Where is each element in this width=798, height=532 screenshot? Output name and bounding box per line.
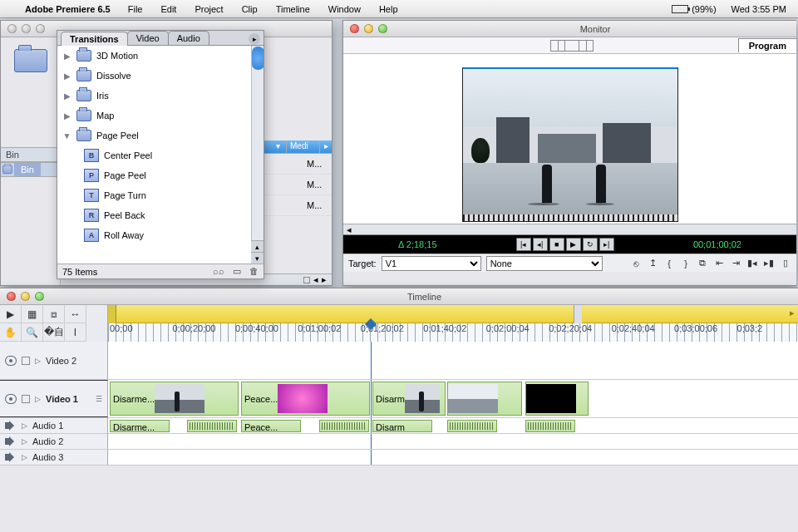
menu-project[interactable]: Project [187,4,230,14]
transition-folder[interactable]: ▶Iris [57,86,264,106]
app-name[interactable]: Adobe Premiere 6.5 [18,4,117,14]
track-menu-icon[interactable]: ☰ [96,395,102,403]
lift-icon[interactable]: ⎋ [630,258,642,269]
menu-clip[interactable]: Clip [234,4,265,14]
disclosure-icon[interactable]: ▷ [35,357,41,365]
target-select[interactable]: V1 [382,256,481,271]
zoom-icon[interactable] [35,292,44,301]
extract-icon[interactable]: ↥ [647,258,658,269]
audio-clip[interactable] [525,420,575,432]
disclosure-icon[interactable]: ▶ [62,52,71,61]
track-header-video1[interactable]: ▷ Video 1 ☰ [0,380,108,417]
trash-icon[interactable]: 🗑 [249,266,259,277]
audio-clip[interactable] [447,420,497,432]
inout-tool-icon[interactable]: I [65,323,86,342]
tab-transitions[interactable]: Transitions [61,32,128,46]
ripple-tool-icon[interactable]: ↔ [65,305,86,323]
play-icon[interactable]: ▶ [566,238,581,251]
audio-clip[interactable] [319,420,369,432]
transition-item[interactable]: TPage Turn [57,185,264,205]
project-scroll-left-icon[interactable]: ◂ [313,274,318,285]
disclosure-icon[interactable]: ▶ [62,71,71,81]
scroll-down-icon[interactable]: ▾ [251,252,264,264]
disclosure-icon[interactable]: ▶ [62,111,71,121]
project-col-media[interactable]: Medi [287,140,320,153]
palette-menu-icon[interactable]: ▸ [249,33,260,45]
marquee-tool-icon[interactable]: ▦ [22,305,43,323]
mark-in-icon[interactable]: { [663,258,675,269]
transition-item[interactable]: PPage Peel [57,165,264,185]
menu-help[interactable]: Help [372,4,406,14]
speaker-icon[interactable] [5,452,17,462]
timeline-titlebar[interactable]: Timeline [0,288,798,305]
goto-end-icon[interactable]: ▸| [599,238,614,251]
tab-program[interactable]: Program [738,38,796,52]
disclosure-icon[interactable]: ▷ [35,395,41,403]
transition-item[interactable]: BCenter Peel [57,145,264,165]
secondary-select[interactable]: None [486,256,603,271]
menu-edit[interactable]: Edit [153,4,184,14]
new-folder-icon[interactable]: ▭ [233,266,241,277]
track-header-audio1[interactable]: ▷ Audio 1 [0,418,108,433]
speaker-icon[interactable] [5,421,17,431]
step-back-icon[interactable]: ◂| [533,238,548,251]
hand-tool-icon[interactable]: ✋ [0,323,22,342]
minimize-icon[interactable] [364,24,373,33]
mark-out-icon[interactable]: } [680,258,692,269]
insert-icon[interactable]: ⇤ [713,258,725,269]
lock-icon[interactable] [22,357,30,365]
lock-icon[interactable] [22,395,30,403]
track-header-audio3[interactable]: ▷ Audio 3 [0,450,108,465]
timeline-menu-icon[interactable]: ▸ [790,308,795,318]
layout-single-icon[interactable] [564,40,579,52]
menu-timeline[interactable]: Timeline [268,4,318,14]
track-header-audio2[interactable]: ▷ Audio 2 [0,434,108,449]
monitor-viewport[interactable]: ◂ [343,54,796,235]
work-area-bar[interactable]: ▸ [108,305,798,323]
overlay-icon[interactable]: ⇥ [730,258,741,269]
project-col-more-icon[interactable]: ▸ [320,140,332,153]
disclosure-icon[interactable]: ▷ [22,453,27,461]
zoom-tool-icon[interactable]: 🔍 [22,323,43,342]
video-clip[interactable]: Disarme... [110,382,239,416]
mark-clip-icon[interactable]: ⧉ [697,258,708,269]
work-area-end[interactable] [574,305,582,323]
track-tool-icon[interactable]: ⧈ [43,305,65,323]
minimize-icon[interactable] [21,292,30,301]
eye-icon[interactable] [5,394,17,404]
scroll-up-icon[interactable]: ▴ [251,240,264,252]
audio-clip[interactable]: Disarme... [110,420,170,432]
tab-video[interactable]: Video [127,31,169,45]
scrollbar-thumb[interactable] [252,47,264,70]
audio-clip[interactable]: Peace... [241,420,301,432]
menu-file[interactable]: File [121,4,150,14]
stop-icon[interactable]: ■ [549,238,564,251]
zoom-icon[interactable] [36,24,45,33]
transition-folder[interactable]: ▶Dissolve [57,66,264,86]
layout-dual-icon[interactable] [550,40,565,52]
track-header-video2[interactable]: ▷ Video 2 [0,342,108,379]
video-clip[interactable]: Peace... [241,382,370,416]
monitor-scrollbar[interactable]: ◂ [343,224,796,234]
transition-folder[interactable]: ▼Page Peel [57,126,264,145]
speaker-icon[interactable] [5,436,17,446]
close-icon[interactable] [350,24,359,33]
bin-tab[interactable]: Bin [14,163,41,176]
close-icon[interactable] [7,24,17,33]
work-area-start[interactable] [108,305,116,323]
goto-start-icon[interactable]: |◂ [516,238,531,251]
eye-icon[interactable] [5,356,17,366]
layout-trim-icon[interactable] [579,40,594,52]
find-icon[interactable]: ⌕⌕ [213,266,224,277]
close-icon[interactable] [7,292,16,301]
minimize-icon[interactable] [22,24,31,33]
transition-folder[interactable]: ▶3D Motion [57,46,264,66]
disclosure-icon[interactable]: ▷ [22,437,27,446]
audio-clip[interactable]: Disarm [372,420,432,432]
video-clip[interactable]: Disarm [372,382,446,416]
battery-status[interactable]: (99%) [667,4,721,14]
disclosure-icon[interactable]: ▶ [62,91,71,101]
transition-item[interactable]: RPeel Back [57,205,264,225]
project-scroll-right-icon[interactable]: ▸ [322,274,327,285]
zoom-icon[interactable] [378,24,387,33]
